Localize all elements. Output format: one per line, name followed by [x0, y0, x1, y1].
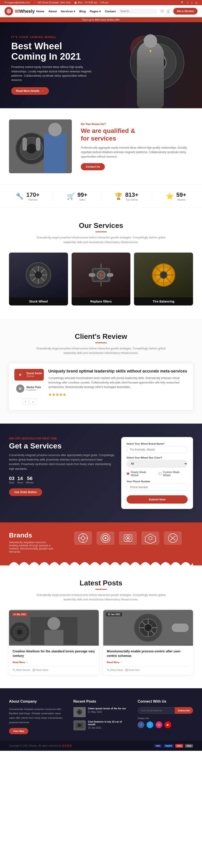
- about-section: Do You Know Us? We are qualified & for s…: [0, 108, 202, 184]
- nav-home[interactable]: Home: [36, 10, 44, 13]
- post-2-content: Monotonectally enable process-centric af…: [103, 646, 193, 675]
- ebay-badge: eBay: [175, 744, 183, 748]
- search-icon-top[interactable]: 🔍: [181, 1, 184, 4]
- footer-youtube-icon[interactable]: ▶: [165, 721, 171, 728]
- brand-input[interactable]: [126, 446, 187, 453]
- facebook-icon[interactable]: f: [187, 1, 188, 4]
- svg-point-23: [48, 123, 62, 136]
- brand-logo-5[interactable]: [164, 531, 182, 545]
- contact-button[interactable]: Contact Us: [81, 163, 105, 170]
- reviews-section: Client's Review Dramatically target proa…: [0, 319, 202, 424]
- post-card-1[interactable]: 21 Mar 2021 Creation timelines for the s…: [9, 610, 99, 675]
- countdown-hours: 14 Hours: [17, 475, 23, 484]
- recent-post-2[interactable]: Cool features in top 10 car of month 15 …: [74, 720, 129, 731]
- phone-input[interactable]: [126, 484, 187, 491]
- hero-cta-button[interactable]: Read More Details →: [11, 87, 49, 95]
- footer-recent-title: Recent Posts: [74, 700, 129, 704]
- services-grid: Stock Wheel Replace filters: [9, 253, 193, 306]
- stat-divider: [53, 191, 53, 201]
- footer-instagram-icon[interactable]: in: [155, 721, 162, 728]
- recent-post-1[interactable]: Claim ipsum lorem of the for our 21 May …: [74, 707, 129, 717]
- get-service-button[interactable]: Get a Service: [173, 8, 198, 14]
- brand-logo-4[interactable]: [141, 531, 160, 545]
- nav-contact[interactable]: Contact: [105, 10, 116, 13]
- services-title: Our Services: [9, 221, 193, 230]
- stat-sales: 🛒 99+ Sales: [67, 191, 87, 201]
- size-select[interactable]: All: [126, 460, 187, 467]
- review-arrows: ↑ ↓: [15, 399, 44, 405]
- footer-map-button[interactable]: View Map: [9, 728, 28, 734]
- next-review-button[interactable]: ↓: [30, 399, 36, 405]
- hero-section: 👷 It's Your Coming Wheel Best Wheel Comi…: [0, 22, 202, 108]
- twitter-icon[interactable]: t: [192, 1, 192, 4]
- reviews-title-line: [95, 342, 107, 343]
- submit-button[interactable]: Submit Now: [126, 495, 187, 504]
- brand-logo-3[interactable]: [119, 531, 137, 545]
- reviewer-list: D David Smith Director M Marko Polo Cust…: [15, 369, 44, 405]
- footer-bottom: Copyright © 2021 Wheely. All rights rese…: [0, 741, 202, 751]
- search-input[interactable]: [117, 8, 157, 14]
- reviewer-david-avatar: D: [16, 371, 24, 379]
- footer-facebook-icon[interactable]: f: [138, 721, 144, 728]
- services-description: Dramatically target proactive infrastruc…: [34, 235, 168, 245]
- cta-title: Get a Services: [9, 441, 114, 450]
- nav-pages[interactable]: Pages ▾: [90, 10, 101, 13]
- footer-brand-link[interactable]: 前沿数据: [62, 744, 72, 747]
- instagram-icon[interactable]: in: [196, 1, 198, 4]
- reviewer-david[interactable]: D David Smith Director: [15, 369, 44, 380]
- footer-about-text: Conveniently integrate proactive resourc…: [9, 707, 64, 725]
- nav-about[interactable]: About: [49, 10, 57, 13]
- review-content: Uniquely brand optimal leadership skills…: [48, 369, 187, 405]
- order-button[interactable]: Use Order Button: [9, 488, 42, 496]
- about-description: Professionally aggregate equity invented…: [81, 146, 193, 159]
- address-info: 📍 100 Smart Example, New York: [33, 1, 71, 4]
- service-card-stock-wheel[interactable]: Stock Wheel: [9, 253, 68, 306]
- svg-point-75: [17, 629, 22, 635]
- cart-icon[interactable]: 🛒: [166, 9, 171, 13]
- nav-blog[interactable]: Blog: [79, 10, 86, 13]
- post-1-title: Creation timelines for the standard lore…: [12, 649, 95, 658]
- brand-logo-2[interactable]: [96, 531, 114, 545]
- footer-connect-col: Connect With Us Subscribe Follow On: f t…: [138, 700, 193, 734]
- prev-review-button[interactable]: ↑: [22, 399, 29, 405]
- follow-label: Follow On:: [138, 717, 193, 720]
- awards-count: 59+: [176, 191, 186, 198]
- reviewer-marko[interactable]: M Marko Polo Customer: [15, 383, 44, 395]
- footer-twitter-icon[interactable]: t: [147, 721, 153, 728]
- recent-thumb-1-svg: [74, 707, 86, 717]
- footer-top: About Company Conveniently integrate pro…: [0, 688, 202, 741]
- service-card-replace-filters[interactable]: Replace filters: [71, 253, 131, 306]
- service-card-3-image: [134, 253, 193, 298]
- post-card-2[interactable]: 15 Jan 2021 Monotonectally enable proces…: [103, 610, 193, 675]
- custom-made-radio[interactable]: [159, 472, 162, 475]
- ready-made-option[interactable]: Ready Made Wheel: [126, 471, 154, 477]
- logo[interactable]: WWheely: [4, 7, 35, 16]
- custom-made-option[interactable]: Custom Made Wheel: [159, 471, 187, 477]
- post-1-date: 21 Mar 2021: [12, 613, 28, 616]
- nav-links: Home About Services ▾ Blog Pages ▾ Conta…: [36, 10, 116, 13]
- brand-logo-1[interactable]: [74, 531, 92, 545]
- heart-icon[interactable]: 🤍: [160, 9, 164, 13]
- nav-services[interactable]: Services ▾: [61, 10, 75, 13]
- service-card-tire-balancing[interactable]: Tire Balancing: [134, 253, 193, 306]
- recent-post-1-info: Claim ipsum lorem of the for our 21 May …: [88, 707, 126, 717]
- sales-label: Sales: [78, 198, 87, 201]
- brands-logos: [63, 531, 193, 549]
- posts-title: Latest Posts: [9, 579, 193, 587]
- post-1-link[interactable]: Read More →: [12, 661, 28, 663]
- stat-clients: 🏆 813+ Top Clients: [115, 191, 139, 201]
- svg-point-62: [105, 537, 106, 539]
- hero-title: Best Wheel Coming In 2021: [11, 41, 96, 62]
- subscribe-button[interactable]: Subscribe: [175, 707, 193, 714]
- post-2-link[interactable]: Read More →: [107, 661, 122, 663]
- newsletter-email-input[interactable]: [138, 707, 175, 714]
- top-bar-left: ✉ support@whelly.com 📍 100 Smart Example…: [4, 1, 108, 4]
- posts-title-line: [95, 589, 107, 590]
- about-pretitle: Do You Know Us?: [81, 122, 193, 126]
- footer-about-title: About Company: [9, 700, 64, 704]
- about-image-inner: [9, 120, 72, 173]
- hero-content: It's Your Coming Wheel Best Wheel Coming…: [0, 22, 108, 108]
- phone-label: Your Phone Number: [126, 480, 187, 483]
- ready-made-radio[interactable]: [126, 472, 129, 475]
- brand-5-svg: [167, 532, 179, 544]
